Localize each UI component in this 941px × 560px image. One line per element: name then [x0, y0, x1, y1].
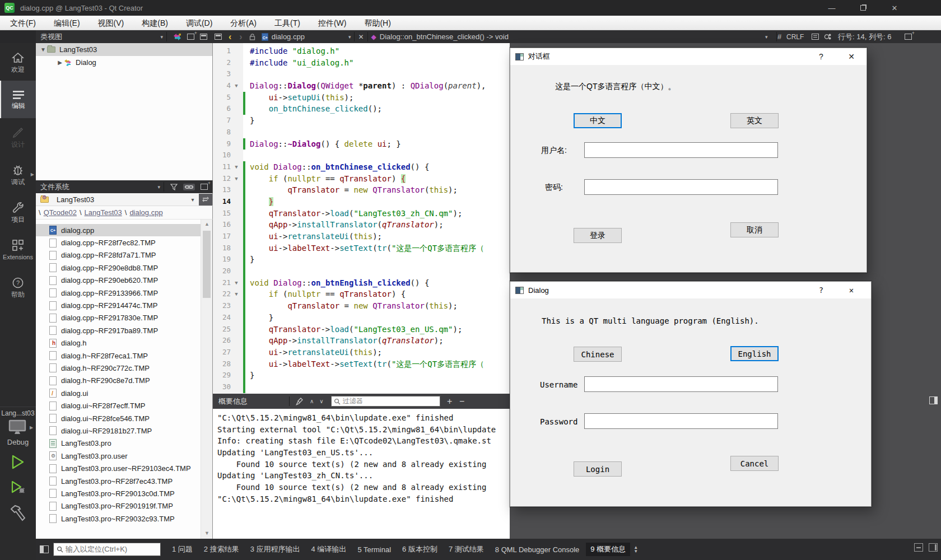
file-item[interactable]: dialog.cpp~RF28f7ec82.TMP	[36, 236, 212, 249]
file-item[interactable]: dialog.ui~RF28f7ecff.TMP	[36, 399, 212, 412]
close-pane-icon[interactable]	[200, 34, 207, 40]
english-button[interactable]: English	[730, 346, 779, 361]
code-line[interactable]: 2#include "ui_dialog.h"	[213, 57, 510, 69]
file-item[interactable]: dialog.cpp~RF290e8db8.TMP	[36, 262, 212, 274]
file-list-scrollbar[interactable]: ▲ ▼	[201, 220, 212, 539]
file-system-root-combo[interactable]: ⚙ LangTest03 ▾	[36, 193, 213, 206]
open-document-selector[interactable]: dialog.cpp	[272, 32, 305, 41]
code-line[interactable]: 12▼ if (nullptr == qTranslator) {	[213, 173, 510, 185]
chevron-down-icon[interactable]: ▾	[189, 197, 197, 203]
file-item[interactable]: LangTest03.pro.user	[36, 450, 212, 462]
debug-run-button[interactable]	[10, 479, 27, 496]
breadcrumb-link[interactable]: QTcode02	[44, 208, 77, 217]
menu-item[interactable]: 调试(D)	[177, 16, 221, 30]
code-line[interactable]: 9Dialog::~Dialog() { delete ui; }	[213, 138, 510, 150]
output-pane-arrows[interactable]: ▲▼	[633, 545, 638, 553]
close-button[interactable]: ✕	[843, 284, 860, 296]
lock-icon[interactable]	[249, 34, 255, 40]
split-editor-add-icon[interactable]	[905, 34, 912, 40]
fold-marker-icon[interactable]: ▼	[231, 173, 242, 185]
fold-marker-icon[interactable]: ▼	[231, 288, 242, 300]
cancel-button[interactable]: 取消	[730, 222, 779, 237]
maximize-button[interactable]	[850, 0, 876, 16]
help-button[interactable]: ?	[813, 50, 830, 63]
go-forward-icon[interactable]: ›	[239, 32, 242, 42]
output-tab[interactable]: 8 QML Debugger Console	[491, 544, 584, 556]
file-item[interactable]: dialog.cpp~RF2914474c.TMP	[36, 299, 212, 311]
kit-selector-icon[interactable]	[8, 419, 27, 435]
previous-item-icon[interactable]: ∧	[310, 398, 314, 404]
fold-marker-icon[interactable]: ▼	[231, 277, 242, 289]
file-item[interactable]: dialog.cpp~RF29133966.TMP	[36, 287, 212, 299]
share-icon[interactable]	[824, 33, 832, 40]
collapse-icon[interactable]: ▼	[39, 46, 47, 53]
code-line[interactable]: 13 qTranslator = new QTranslator(this);	[213, 184, 510, 196]
login-button[interactable]: Login	[574, 461, 622, 477]
code-line[interactable]: 16 qApp->installTranslator(qTranslator);	[213, 219, 510, 231]
sync-with-editor-icon[interactable]	[173, 33, 181, 41]
sidebar-mode-extensions[interactable]: Extensions	[0, 231, 36, 268]
code-editor[interactable]: 1#include "dialog.h"2#include "ui_dialog…	[213, 43, 510, 394]
output-tab[interactable]: 2 搜索结果	[199, 543, 244, 556]
code-line[interactable]: 4▼Dialog::Dialog(QWidget *parent) : QDia…	[213, 80, 510, 92]
code-line[interactable]: 22▼ if (nullptr == qTranslator) {	[213, 288, 510, 300]
file-item[interactable]: dialog.cpp	[36, 224, 212, 236]
file-item[interactable]: LangTest03.pro.user~RF29103ec4.TMP	[36, 462, 212, 474]
dialog-title-bar[interactable]: 对话框 ? ✕	[510, 48, 867, 65]
link-with-editor-icon[interactable]	[183, 184, 195, 190]
locator-input[interactable]: 输入以定位(Ctrl+K)	[53, 543, 161, 556]
code-line[interactable]: 6 on_btnChinese_clicked();	[213, 103, 510, 115]
file-item[interactable]: dialog.ui~RF28fce546.TMP	[36, 412, 212, 424]
file-item[interactable]: dialog.cpp~RF2917830e.TMP	[36, 312, 212, 324]
code-line[interactable]: 1#include "dialog.h"	[213, 45, 510, 57]
code-line[interactable]: 15 qTranslator->load("LangTest03_zh_CN.q…	[213, 208, 510, 220]
chevron-down-icon[interactable]: ▾	[765, 34, 768, 40]
username-input[interactable]	[584, 376, 778, 392]
breadcrumb-link[interactable]: LangTest03	[85, 208, 122, 217]
file-item[interactable]: dialog.h~RF28f7eca1.TMP	[36, 349, 212, 362]
menu-item[interactable]: 文件(F)	[1, 16, 45, 30]
pane-selector[interactable]: 类视图	[36, 32, 160, 42]
login-button[interactable]: 登录	[574, 228, 622, 243]
chinese-button[interactable]: Chinese	[574, 347, 622, 362]
split-editor-icon[interactable]	[215, 34, 222, 40]
file-item[interactable]: dialog.cpp~RF28fd7a71.TMP	[36, 249, 212, 262]
line-ending-selector[interactable]: CRLF	[786, 33, 804, 41]
menu-item[interactable]: 工具(T)	[265, 16, 309, 30]
run-button[interactable]	[10, 454, 26, 470]
go-back-icon[interactable]: ‹	[229, 32, 231, 42]
chinese-button[interactable]: 中文	[574, 113, 622, 128]
code-line[interactable]: 29}	[213, 370, 510, 381]
code-line[interactable]: 7}	[213, 115, 510, 127]
output-tab[interactable]: 7 测试结果	[444, 543, 488, 556]
code-line[interactable]: 10	[213, 150, 510, 161]
code-line[interactable]: 3	[213, 68, 510, 80]
code-line[interactable]: 17 ui->retranslateUi(this);	[213, 231, 510, 242]
split-panel-icon[interactable]	[201, 184, 208, 190]
file-item[interactable]: dialog.h~RF290c8e7d.TMP	[36, 375, 212, 387]
fold-marker-icon[interactable]: ▼	[231, 80, 242, 92]
code-line[interactable]: 26 qApp->installTranslator(qTranslator);	[213, 335, 510, 347]
output-tab[interactable]: 5 Terminal	[353, 544, 395, 556]
chevron-down-icon[interactable]: ▾	[157, 184, 160, 190]
fold-marker-icon[interactable]: ▼	[231, 161, 242, 173]
dialog-title-bar[interactable]: Dialog ? ✕	[510, 282, 871, 298]
username-input[interactable]	[584, 142, 778, 158]
menu-item[interactable]: 视图(V)	[89, 16, 133, 30]
menu-item[interactable]: 构建(B)	[133, 16, 177, 30]
output-tab[interactable]: 1 问题	[167, 543, 197, 556]
code-line[interactable]: 18 ui->labelText->setText(tr("这是一个QT多语言程…	[213, 242, 510, 254]
split-panel-icon[interactable]	[187, 34, 194, 40]
pane-selector[interactable]: 文件系统	[36, 182, 157, 192]
output-tab[interactable]: 6 版本控制	[398, 543, 442, 556]
document-properties-icon[interactable]	[812, 34, 819, 40]
scrollbar-thumb[interactable]	[203, 231, 211, 298]
code-line[interactable]: 27 ui->retranslateUi(this);	[213, 347, 510, 358]
chevron-down-icon[interactable]: ▾	[348, 34, 351, 40]
filter-icon[interactable]	[170, 184, 178, 190]
comment-toggle[interactable]: #	[777, 32, 781, 41]
sidebar-mode-welcome[interactable]: 欢迎	[0, 43, 36, 81]
breadcrumb-link[interactable]: dialog.cpp	[129, 208, 162, 217]
file-item[interactable]: dialog.ui~RF29181b27.TMP	[36, 424, 212, 437]
code-line[interactable]: 5 ui->setupUi(this);	[213, 92, 510, 104]
